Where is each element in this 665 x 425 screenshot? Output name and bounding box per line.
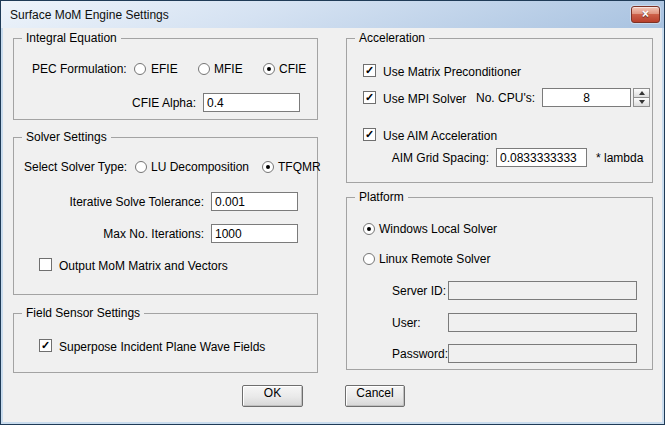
aim-grid-spacing-label: AIM Grid Spacing:: [392, 151, 489, 165]
output-mom-label[interactable]: Output MoM Matrix and Vectors: [59, 259, 228, 273]
max-iterations-input[interactable]: [211, 224, 298, 243]
solver-type-label: Select Solver Type:: [24, 160, 127, 174]
close-icon: ×: [642, 7, 649, 21]
radio-tfqmr[interactable]: [262, 161, 274, 173]
group-title-platform: Platform: [355, 190, 408, 204]
radio-efie-label[interactable]: EFIE: [151, 62, 178, 76]
check-icon: ✓: [41, 340, 50, 351]
group-field-sensor-settings: Field Sensor Settings ✓ Superpose Incide…: [13, 313, 318, 373]
group-platform: Platform Windows Local Solver Linux Remo…: [346, 197, 653, 370]
matrix-preconditioner-label[interactable]: Use Matrix Preconditioner: [383, 65, 521, 79]
server-id-input: [448, 281, 637, 300]
title-bar[interactable]: Surface MoM Engine Settings ×: [1, 1, 664, 28]
num-cpus-spinner: [633, 88, 650, 107]
radio-windows-local-solver-label[interactable]: Windows Local Solver: [379, 222, 497, 236]
radio-tfqmr-label[interactable]: TFQMR: [278, 160, 321, 174]
iterative-tolerance-label: Iterative Solve Tolerance:: [69, 195, 204, 209]
check-icon: ✓: [365, 129, 374, 140]
server-id-label: Server ID:: [392, 284, 446, 298]
check-icon: ✓: [365, 92, 374, 103]
num-cpus-input[interactable]: [542, 88, 631, 107]
matrix-preconditioner-checkbox[interactable]: ✓: [363, 64, 376, 77]
password-label: Password:: [392, 347, 448, 361]
group-title-field-sensor-settings: Field Sensor Settings: [22, 306, 144, 320]
ok-button-label: OK: [264, 386, 281, 400]
num-cpus-label: No. CPU's:: [476, 91, 535, 105]
group-title-integral-equation: Integral Equation: [22, 31, 121, 45]
group-solver-settings: Solver Settings Select Solver Type: LU D…: [13, 137, 318, 295]
radio-mfie[interactable]: [198, 63, 210, 75]
group-acceleration: Acceleration ✓ Use Matrix Preconditioner…: [346, 38, 653, 183]
superpose-checkbox[interactable]: ✓: [39, 339, 52, 352]
radio-linux-remote-solver[interactable]: [363, 253, 375, 265]
output-mom-checkbox[interactable]: [39, 258, 52, 271]
iterative-tolerance-input[interactable]: [211, 192, 298, 211]
radio-efie[interactable]: [134, 63, 146, 75]
aim-acceleration-checkbox[interactable]: ✓: [363, 128, 376, 141]
radio-windows-local-solver[interactable]: [363, 223, 375, 235]
window-title: Surface MoM Engine Settings: [10, 8, 169, 22]
cfie-alpha-input[interactable]: [203, 93, 300, 112]
cfie-alpha-label: CFIE Alpha:: [132, 96, 196, 110]
cancel-button-label: Cancel: [356, 386, 393, 400]
radio-lu-decomposition[interactable]: [135, 161, 147, 173]
radio-lu-decomposition-label[interactable]: LU Decomposition: [151, 160, 249, 174]
radio-cfie[interactable]: [263, 63, 275, 75]
mpi-solver-label[interactable]: Use MPI Solver: [383, 92, 466, 106]
close-button[interactable]: ×: [631, 6, 660, 23]
radio-mfie-label[interactable]: MFIE: [214, 62, 243, 76]
dialog-window: Surface MoM Engine Settings × Integral E…: [0, 0, 665, 425]
aim-grid-spacing-input[interactable]: [496, 148, 587, 167]
group-title-acceleration: Acceleration: [355, 31, 429, 45]
radio-linux-remote-solver-label[interactable]: Linux Remote Solver: [379, 252, 490, 266]
aim-acceleration-label[interactable]: Use AIM Acceleration: [383, 129, 497, 143]
cancel-button[interactable]: Cancel: [345, 385, 405, 407]
pec-formulation-label: PEC Formulation:: [32, 62, 127, 76]
user-label: User:: [392, 316, 421, 330]
max-iterations-label: Max No. Iterations:: [103, 227, 204, 241]
aim-grid-spacing-suffix: * lambda: [596, 151, 643, 165]
ok-button[interactable]: OK: [242, 385, 303, 407]
user-input: [448, 313, 637, 332]
group-integral-equation: Integral Equation PEC Formulation: EFIE …: [13, 38, 318, 120]
group-title-solver-settings: Solver Settings: [22, 130, 111, 144]
superpose-label[interactable]: Superpose Incident Plane Wave Fields: [59, 340, 265, 354]
radio-cfie-label[interactable]: CFIE: [279, 62, 306, 76]
spin-down-button[interactable]: [633, 97, 650, 107]
check-icon: ✓: [365, 65, 374, 76]
mpi-solver-checkbox[interactable]: ✓: [363, 91, 376, 104]
password-input: [448, 344, 637, 363]
